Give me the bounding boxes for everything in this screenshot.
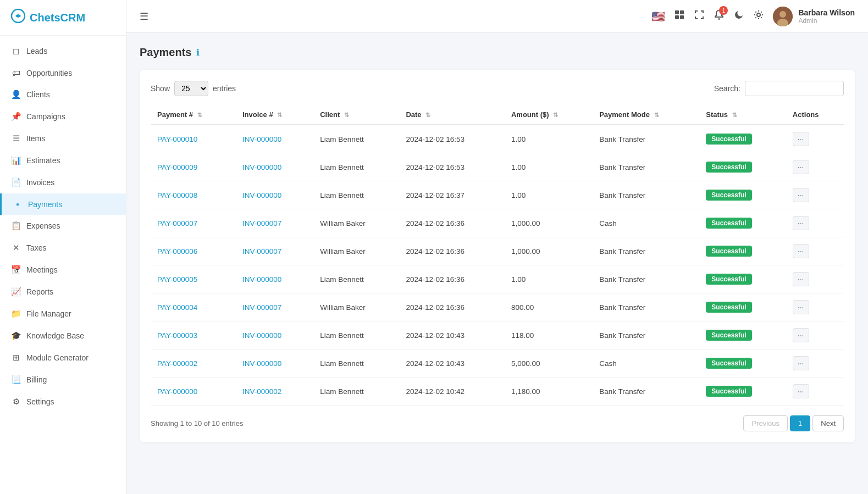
sidebar-item-knowledge-base[interactable]: 🎓 Knowledge Base	[0, 325, 126, 347]
actions-button[interactable]: ···	[793, 244, 809, 258]
items-icon: ☰	[11, 134, 21, 143]
previous-button[interactable]: Previous	[743, 415, 788, 431]
sidebar-item-clients[interactable]: 👤 Clients	[0, 84, 126, 106]
invoice-num-link[interactable]: INV-000007	[242, 247, 281, 256]
user-role: Admin	[798, 17, 855, 25]
payment-num-cell: PAY-000010	[151, 125, 236, 153]
avatar	[773, 7, 793, 26]
info-icon[interactable]: ℹ	[196, 47, 200, 58]
actions-button[interactable]: ···	[793, 300, 809, 314]
sort-icon: ⇅	[197, 112, 202, 118]
sidebar-item-items[interactable]: ☰ Items	[0, 127, 126, 149]
invoice-num-link[interactable]: INV-000000	[242, 359, 281, 368]
invoice-num-link[interactable]: INV-000000	[242, 275, 281, 284]
actions-button[interactable]: ···	[793, 160, 809, 174]
col-payment-num[interactable]: Payment # ⇅	[151, 105, 236, 125]
actions-button[interactable]: ···	[793, 272, 809, 286]
entries-select[interactable]: 25 10 50 100	[174, 81, 208, 96]
invoice-num-link[interactable]: INV-000000	[242, 331, 281, 340]
amount-cell: 800.00	[505, 293, 593, 321]
fullscreen-icon[interactable]	[694, 9, 705, 23]
col-status[interactable]: Status ⇅	[699, 105, 786, 125]
sidebar-item-payments[interactable]: ▪ Payments	[0, 193, 126, 215]
invoice-num-link[interactable]: INV-000000	[242, 191, 281, 199]
sidebar-item-campaigns[interactable]: 📌 Campaigns	[0, 106, 126, 127]
next-button[interactable]: Next	[812, 415, 844, 431]
user-profile[interactable]: Barbara Wilson Admin	[773, 7, 855, 26]
payment-num-cell: PAY-000004	[151, 293, 236, 321]
page-1-button[interactable]: 1	[790, 415, 810, 431]
col-invoice-num[interactable]: Invoice # ⇅	[236, 105, 313, 125]
payment-num-link[interactable]: PAY-000002	[157, 359, 197, 368]
client-cell: William Baker	[313, 293, 399, 321]
payment-num-link[interactable]: PAY-000006	[157, 247, 197, 256]
payment-num-link[interactable]: PAY-000010	[157, 135, 197, 143]
dark-mode-icon[interactable]	[733, 9, 744, 23]
col-client[interactable]: Client ⇅	[313, 105, 399, 125]
sort-icon: ⇅	[732, 112, 737, 118]
col-date[interactable]: Date ⇅	[399, 105, 505, 125]
payment-num-cell: PAY-000006	[151, 237, 236, 265]
actions-cell: ···	[786, 181, 844, 209]
payment-num-link[interactable]: PAY-000009	[157, 163, 197, 171]
col-amount[interactable]: Amount ($) ⇅	[505, 105, 593, 125]
client-cell: Liam Bennett	[313, 321, 399, 349]
payment-num-link[interactable]: PAY-000000	[157, 387, 197, 396]
logo[interactable]: ChetsCRM	[0, 0, 126, 36]
actions-button[interactable]: ···	[793, 356, 809, 370]
invoice-num-link[interactable]: INV-000002	[242, 387, 281, 396]
hamburger-button[interactable]: ☰	[140, 10, 148, 23]
payment-num-link[interactable]: PAY-000003	[157, 331, 197, 340]
language-flag[interactable]: 🇺🇸	[651, 10, 665, 23]
sidebar-item-leads[interactable]: ◻ Leads	[0, 40, 126, 62]
actions-cell: ···	[786, 237, 844, 265]
sidebar-item-meetings[interactable]: 📅 Meetings	[0, 259, 126, 281]
sidebar-item-estimates[interactable]: 📊 Estimates	[0, 149, 126, 171]
sidebar-item-opportunities[interactable]: 🏷 Opportunities	[0, 62, 126, 84]
actions-button[interactable]: ···	[793, 328, 809, 342]
notification-count: 1	[719, 6, 728, 15]
payment-num-link[interactable]: PAY-000008	[157, 191, 197, 199]
actions-cell: ···	[786, 209, 844, 237]
sidebar-nav: ◻ Leads 🏷 Opportunities 👤 Clients 📌 Camp…	[0, 36, 126, 417]
actions-cell: ···	[786, 321, 844, 349]
billing-label: Billing	[26, 375, 47, 384]
invoice-num-link[interactable]: INV-000007	[242, 219, 281, 227]
actions-button[interactable]: ···	[793, 188, 809, 202]
invoice-num-link[interactable]: INV-000000	[242, 163, 281, 171]
sidebar: ChetsCRM ◻ Leads 🏷 Opportunities 👤 Clien…	[0, 0, 126, 494]
sidebar-item-file-manager[interactable]: 📁 File Manager	[0, 303, 126, 325]
sidebar-item-taxes[interactable]: ✕ Taxes	[0, 237, 126, 259]
gear-icon[interactable]	[753, 9, 764, 23]
sidebar-item-invoices[interactable]: 📄 Invoices	[0, 171, 126, 193]
estimates-label: Estimates	[26, 156, 60, 165]
invoice-num-link[interactable]: INV-000007	[242, 303, 281, 312]
invoice-num-cell: INV-000000	[236, 321, 313, 349]
svg-rect-4	[680, 15, 684, 19]
apps-icon[interactable]	[674, 9, 685, 23]
svg-point-8	[779, 11, 786, 18]
payment-num-link[interactable]: PAY-000007	[157, 219, 197, 227]
payment-num-cell: PAY-000000	[151, 378, 236, 406]
invoice-num-cell: INV-000007	[236, 237, 313, 265]
col-payment-mode[interactable]: Payment Mode ⇅	[593, 105, 699, 125]
actions-button[interactable]: ···	[793, 132, 809, 146]
sidebar-item-reports[interactable]: 📈 Reports	[0, 281, 126, 303]
sidebar-item-expenses[interactable]: 📋 Expenses	[0, 215, 126, 237]
invoice-num-link[interactable]: INV-000000	[242, 135, 281, 143]
sidebar-item-module-generator[interactable]: ⊞ Module Generator	[0, 347, 126, 369]
payment-num-link[interactable]: PAY-000005	[157, 275, 197, 284]
svg-rect-1	[675, 10, 679, 14]
payment-mode-cell: Cash	[593, 209, 699, 237]
header-right: 🇺🇸	[651, 7, 855, 26]
actions-button[interactable]: ···	[793, 384, 809, 398]
payment-mode-cell: Bank Transfer	[593, 237, 699, 265]
notification-icon[interactable]: 1	[714, 9, 725, 23]
actions-button[interactable]: ···	[793, 216, 809, 230]
payment-num-link[interactable]: PAY-000004	[157, 303, 197, 312]
sort-icon: ⇅	[277, 112, 282, 118]
sidebar-item-settings[interactable]: ⚙ Settings	[0, 391, 126, 413]
search-input[interactable]	[745, 81, 844, 96]
opportunities-icon: 🏷	[11, 68, 21, 77]
sidebar-item-billing[interactable]: 📃 Billing	[0, 369, 126, 391]
